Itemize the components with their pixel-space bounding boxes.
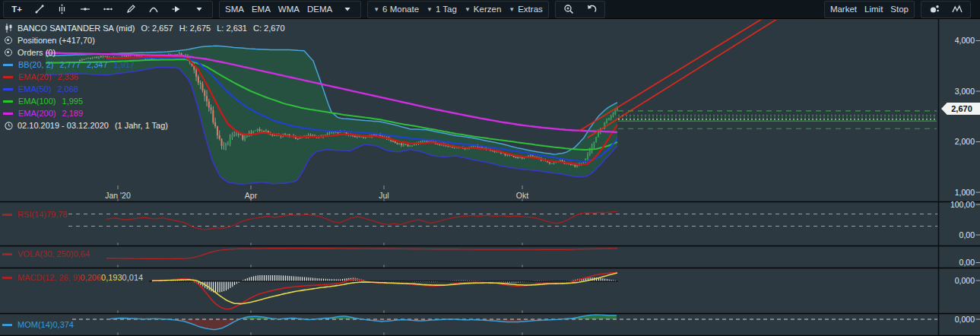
order-buttons-group: MarketLimitStop xyxy=(824,1,915,18)
undo-button-icon xyxy=(586,4,597,14)
bb-legend-row[interactable]: BB(20, 2) 2,777 2,347 1,917 xyxy=(3,59,285,71)
zoom-in-button[interactable] xyxy=(557,2,580,17)
ema20-label: EMA(20) xyxy=(18,71,51,83)
sma-button[interactable]: SMA xyxy=(221,2,248,17)
mom-swatch xyxy=(2,324,12,326)
ema50-label: EMA(50) xyxy=(18,83,51,95)
horizontal-line-tool[interactable] xyxy=(74,2,97,17)
bb-middle-value: 2,347 xyxy=(87,59,108,71)
chart-legend: BANCO SANTANDER SA (mid) O: 2,657 H: 2,6… xyxy=(3,22,285,132)
price-axis-label: 0,000 xyxy=(955,276,975,286)
arc-tool[interactable] xyxy=(142,2,165,17)
freehand-draw-tool-icon xyxy=(125,4,136,14)
macd-label: MACD(12, 26, 9) xyxy=(17,273,81,282)
ema200-legend-row[interactable]: EMA(200) 2,189 xyxy=(3,107,285,119)
ema-button[interactable]: EMA xyxy=(248,2,274,17)
ohlc-open: O: 2,657 xyxy=(141,22,173,34)
vola-swatch xyxy=(2,253,12,255)
rsi-value: 79,78 xyxy=(46,210,68,219)
ohlc-low: L: 2,631 xyxy=(217,22,247,34)
more-draw-tools-dropdown[interactable] xyxy=(188,2,211,17)
dotted-ray-tool[interactable] xyxy=(97,2,119,17)
positions-label: Positionen (+417,70) xyxy=(17,34,95,46)
ema100-label: EMA(100) xyxy=(18,95,56,107)
market-order-button[interactable]: Market xyxy=(826,2,861,17)
rsi-label: RSI(14) xyxy=(17,210,46,219)
vola-panel-label[interactable]: VOLA(30, 250) 0,64 xyxy=(2,249,90,258)
ema50-legend-row[interactable]: EMA(50) 2,068 xyxy=(3,83,285,95)
ema200-value: 2,189 xyxy=(62,107,84,119)
ema20-value: 2,336 xyxy=(57,71,78,83)
text-annotation-tool[interactable]: T+ xyxy=(5,2,28,17)
view-icons-group xyxy=(921,1,971,18)
rsi-swatch xyxy=(2,214,12,216)
timespan-dropdown[interactable]: ▼6 Monate xyxy=(369,2,423,17)
ma-dropdown[interactable] xyxy=(336,2,359,17)
wma-button[interactable]: WMA xyxy=(274,2,303,17)
freehand-draw-tool[interactable] xyxy=(119,2,142,17)
mom-label: MOM(14) xyxy=(17,320,52,329)
stop-order-button[interactable]: Stop xyxy=(886,2,912,17)
radio-icon xyxy=(3,48,14,57)
bubbles-view-button[interactable] xyxy=(923,2,946,17)
bubbles-view-button-icon xyxy=(929,4,940,14)
orders-toggle[interactable]: Orders (0) xyxy=(3,46,285,59)
retracement-tool-icon xyxy=(57,4,68,14)
ema100-value: 1,995 xyxy=(62,95,84,107)
candlestick-icon xyxy=(3,24,14,33)
chevron-down-icon: ▼ xyxy=(427,6,433,13)
ema20-swatch xyxy=(3,76,13,78)
ohlc-close: C: 2,670 xyxy=(253,22,285,34)
chart-canvas[interactable]: BANCO SANTANDER SA (mid) O: 2,657 H: 2,6… xyxy=(0,19,980,336)
bb-upper-value: 2,777 xyxy=(59,59,81,71)
macd-panel-label[interactable]: MACD(12, 26, 9) 0,206 0,193 0,014 xyxy=(2,273,143,282)
mom-value: 0,374 xyxy=(52,320,74,329)
pointer-tool[interactable] xyxy=(165,2,188,17)
ohlc-high: H: 2,675 xyxy=(179,22,211,34)
price-axis-label: 0,00 xyxy=(959,230,975,240)
pointer-tool-icon xyxy=(171,4,182,14)
trendline-tool[interactable] xyxy=(28,2,51,17)
ema200-swatch xyxy=(3,113,13,115)
horizontal-line-tool-icon xyxy=(80,4,90,14)
interval-dropdown[interactable]: ▼1 Tag xyxy=(423,2,461,17)
price-axis[interactable]: 4,0003,0002,0001,000100,000,000,000,0000… xyxy=(940,19,980,336)
time-axis-label: Jan '20 xyxy=(101,191,135,200)
extras-dropdown[interactable]: ▼Extras xyxy=(505,2,547,17)
ema100-legend-row[interactable]: EMA(100) 1,995 xyxy=(3,95,285,107)
price-axis-label: 4,000 xyxy=(955,36,975,46)
daterange-label: 02.10.2019 - 03.12.2020 xyxy=(17,119,109,132)
chevron-down-icon: ▼ xyxy=(373,6,379,13)
timeframe-label: (1 Jahr, 1 Tag) xyxy=(115,119,168,132)
dotted-ray-tool-icon xyxy=(103,4,113,14)
ema50-value: 2,068 xyxy=(57,83,78,95)
trendline-tool-icon xyxy=(34,4,45,14)
undo-button[interactable] xyxy=(580,2,603,17)
limit-order-button[interactable]: Limit xyxy=(861,2,886,17)
draw-tools-group: T+ xyxy=(3,1,213,18)
pulse-view-button[interactable] xyxy=(946,2,969,17)
price-axis-label: 100,00 xyxy=(950,200,975,210)
charttype-dropdown[interactable]: ▼Kerzen xyxy=(461,2,505,17)
symbol-name: BANCO SANTANDER SA (mid) xyxy=(17,22,135,34)
price-axis-label: 0,00 xyxy=(959,258,975,268)
rsi-panel-label[interactable]: RSI(14) 79,78 xyxy=(2,210,67,219)
arc-tool-icon xyxy=(148,4,159,14)
retracement-tool[interactable] xyxy=(51,2,74,17)
zoom-group xyxy=(555,1,605,18)
dema-button[interactable]: DEMA xyxy=(303,2,336,17)
price-axis-label: 3,000 xyxy=(955,87,975,97)
chevron-down-icon: ▼ xyxy=(465,6,471,13)
daterange-row: 02.10.2019 - 03.12.2020 (1 Jahr, 1 Tag) xyxy=(3,119,285,132)
chart-settings-group: ▼6 Monate▼1 Tag▼Kerzen▼Extras xyxy=(367,1,549,18)
clock-icon xyxy=(3,121,14,130)
positions-toggle[interactable]: Positionen (+417,70) xyxy=(3,34,285,46)
ma-dropdown-icon xyxy=(342,4,353,14)
ema20-legend-row[interactable]: EMA(20) 2,336 xyxy=(3,71,285,83)
time-axis-label: Okt xyxy=(506,191,539,200)
mom-panel-label[interactable]: MOM(14) 0,374 xyxy=(2,320,74,329)
zoom-in-button-icon xyxy=(563,4,574,14)
macd-swatch xyxy=(2,277,12,279)
bb-swatch xyxy=(3,64,13,66)
ema100-swatch xyxy=(3,100,13,103)
